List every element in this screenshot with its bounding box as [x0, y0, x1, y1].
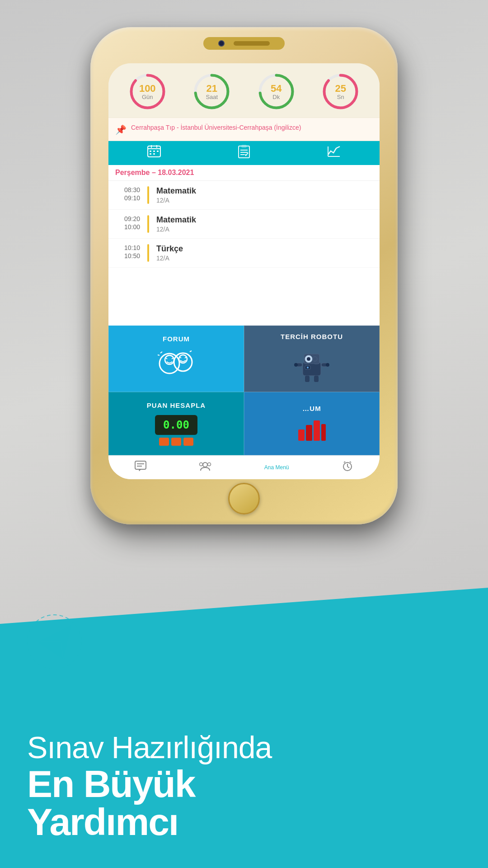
gun-value: 100	[139, 83, 156, 93]
robot-title: TERCİH ROBOTU	[281, 333, 343, 340]
circle-sn: 25 Sn	[321, 72, 360, 111]
svg-line-38	[190, 351, 192, 352]
timer-section: 100 Gün 21 Saat	[108, 63, 380, 118]
time-end-3: 10:50	[124, 252, 140, 259]
community-icon	[199, 461, 211, 474]
sn-value: 25	[335, 83, 346, 93]
time-col-2: 09:20 10:00	[115, 215, 140, 233]
svg-rect-22	[242, 145, 246, 147]
alarm-icon	[342, 460, 353, 475]
svg-rect-57	[135, 461, 146, 469]
timer-dk: 54 Dk	[257, 72, 296, 111]
dk-label: Dk	[271, 93, 282, 100]
speaker-grille	[234, 41, 270, 46]
nav-alarm[interactable]	[342, 460, 353, 475]
university-name: Cerrahpaşa Tıp - İstanbul Üniversitesi-C…	[131, 123, 301, 132]
messages-icon	[135, 461, 146, 474]
phone-notch	[203, 37, 285, 50]
tab-chart[interactable]	[327, 145, 341, 161]
timer-sn: 25 Sn	[321, 72, 360, 111]
university-banner[interactable]: 📌 Cerrahpaşa Tıp - İstanbul Üniversitesi…	[108, 118, 380, 141]
svg-point-42	[307, 357, 310, 361]
svg-rect-54	[306, 425, 312, 441]
front-camera	[218, 40, 225, 47]
subject-col-3: Türkçe 12/A	[156, 244, 373, 262]
svg-line-30	[166, 358, 167, 359]
saat-value: 21	[206, 83, 218, 93]
svg-rect-55	[314, 420, 320, 441]
content-tab-bar	[108, 141, 380, 165]
svg-rect-18	[157, 151, 159, 152]
svg-line-35	[185, 357, 186, 358]
calc-display: 0.00	[163, 419, 189, 431]
grid-calculator[interactable]: PUAN HESAPLA 0.00	[108, 392, 244, 455]
svg-rect-50	[314, 376, 319, 382]
item4-title: …UM	[302, 405, 321, 412]
time-col-3: 10:10 10:50	[115, 244, 140, 262]
subject-name-3: Türkçe	[156, 244, 373, 254]
date-header: Perşembe – 18.03.2021	[108, 165, 380, 181]
date-label: Perşembe – 18.03.2021	[115, 169, 194, 176]
nav-home[interactable]: Ana Menü	[264, 464, 289, 471]
calculator-title: PUAN HESAPLA	[147, 401, 206, 409]
gun-label: Gün	[139, 93, 156, 100]
forum-icon	[156, 346, 197, 382]
circle-gun: 100 Gün	[128, 72, 167, 111]
svg-rect-20	[153, 153, 155, 155]
phone-device: 100 Gün 21 Saat	[90, 27, 398, 524]
home-button[interactable]	[228, 483, 260, 514]
tagline-line2: En Büyük	[27, 765, 272, 803]
forum-title: FORUM	[163, 335, 190, 343]
time-start-2: 09:20	[124, 215, 140, 222]
schedule-item-2[interactable]: 09:20 10:00 Matematik 12/A	[108, 210, 380, 239]
svg-line-66	[344, 462, 345, 462]
nav-messages[interactable]	[135, 461, 146, 474]
svg-line-31	[172, 358, 173, 359]
home-label: Ana Menü	[264, 464, 289, 471]
subject-name-1: Matematik	[156, 186, 373, 196]
grid-item-4[interactable]: …UM	[244, 392, 380, 455]
svg-rect-19	[150, 153, 151, 155]
svg-point-61	[200, 463, 203, 466]
dk-value: 54	[271, 83, 282, 93]
svg-point-60	[203, 462, 207, 467]
schedule-list: 08:30 09:10 Matematik 12/A 09:20 10:00	[108, 181, 380, 326]
svg-line-36	[160, 352, 162, 353]
schedule-item-3[interactable]: 10:10 10:50 Türkçe 12/A	[108, 239, 380, 268]
time-col-1: 08:30 09:10	[115, 186, 140, 204]
time-divider-3	[147, 244, 149, 262]
svg-line-67	[350, 462, 351, 462]
subject-name-2: Matematik	[156, 215, 373, 225]
robot-icon	[291, 344, 332, 385]
timer-gun: 100 Gün	[128, 72, 167, 111]
svg-line-34	[180, 357, 181, 358]
svg-line-37	[158, 355, 160, 355]
time-end-2: 10:00	[124, 223, 140, 231]
tab-clipboard[interactable]	[238, 145, 250, 161]
nav-community[interactable]	[199, 461, 211, 474]
phone-screen: 100 Gün 21 Saat	[108, 63, 380, 479]
subject-class-2: 12/A	[156, 226, 373, 233]
circle-dk: 54 Dk	[257, 72, 296, 111]
tab-calendar[interactable]	[147, 145, 161, 161]
paper-plane-decoration	[14, 606, 95, 678]
circle-text-sn: 25 Sn	[335, 83, 346, 100]
calc-btn-1	[159, 438, 169, 446]
grid-forum[interactable]: FORUM	[108, 326, 244, 392]
time-divider-1	[147, 186, 149, 204]
item4-icon	[296, 416, 328, 443]
svg-point-62	[208, 463, 211, 466]
svg-rect-17	[153, 151, 155, 152]
calc-btn-2	[171, 438, 181, 446]
circle-text-saat: 21 Saat	[206, 83, 218, 100]
time-start-1: 08:30	[124, 186, 140, 193]
feature-grid: FORUM	[108, 326, 380, 455]
svg-rect-53	[298, 429, 305, 441]
calc-btn-3	[183, 438, 193, 446]
svg-rect-56	[321, 424, 326, 441]
time-divider-2	[147, 215, 149, 233]
schedule-item-1[interactable]: 08:30 09:10 Matematik 12/A	[108, 181, 380, 210]
screen-content: 100 Gün 21 Saat	[108, 63, 380, 479]
grid-robot[interactable]: TERCİH ROBOTU	[244, 326, 380, 392]
tagline-line3: Yardımcı	[27, 803, 272, 841]
